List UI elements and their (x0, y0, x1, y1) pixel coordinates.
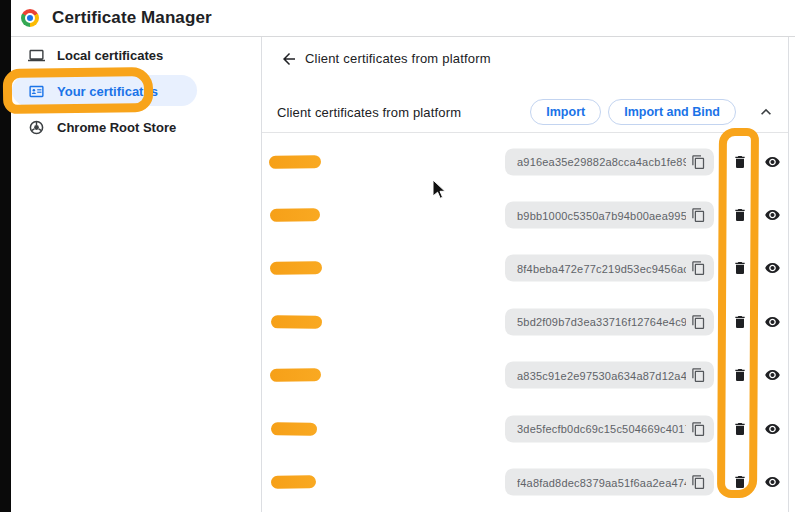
subpage-title: Client certificates from platform (305, 51, 491, 66)
eye-icon (763, 154, 782, 170)
laptop-icon (28, 47, 45, 64)
sidebar-item-label: Your certificates (57, 84, 158, 99)
trash-icon (732, 153, 748, 171)
certificate-hash-field: a916ea35e29882a8cca4acb1fe89cbe… (505, 148, 714, 175)
view-certificate-button[interactable] (763, 260, 782, 276)
certificate-hash-field: 3de5fecfb0dc69c15c504669c4017e1b… (505, 415, 714, 442)
certificate-row: b9bb1000c5350a7b94b00aea9951619… (262, 188, 788, 241)
delete-certificate-button[interactable] (732, 420, 748, 438)
copy-icon (691, 261, 706, 276)
certificate-row: 3de5fecfb0dc69c15c504669c4017e1b… (262, 402, 788, 455)
chrome-store-icon (28, 119, 45, 136)
copy-hash-button[interactable] (691, 154, 706, 169)
copy-icon (691, 475, 706, 490)
redaction-marker (269, 155, 321, 169)
copy-icon (691, 314, 706, 329)
copy-icon (691, 154, 706, 169)
sidebar-item-local-certificates[interactable]: Local certificates (11, 37, 261, 73)
id-card-icon (28, 83, 45, 100)
eye-icon (763, 367, 782, 383)
section-title: Client certificates from platform (277, 105, 530, 120)
delete-certificate-button[interactable] (732, 366, 748, 384)
trash-icon (732, 313, 748, 331)
certificate-hash: 8f4beba472e77c219d53ec9456ac840… (517, 262, 686, 274)
subpage-header: Client certificates from platform (262, 37, 788, 80)
redaction-marker (270, 208, 320, 222)
certificate-hash-field: b9bb1000c5350a7b94b00aea9951619… (505, 202, 714, 229)
import-button[interactable]: Import (530, 99, 601, 125)
sidebar-item-label: Chrome Root Store (57, 120, 176, 135)
certificate-hash-field: f4a8fad8dec8379aa51f6aa2ea47458a… (505, 469, 714, 496)
view-certificate-button[interactable] (763, 421, 782, 437)
main-panel: Client certificates from platform Client… (262, 37, 788, 512)
certificate-hash: a835c91e2e97530a634a87d12a42462… (517, 369, 686, 381)
delete-certificate-button[interactable] (732, 206, 748, 224)
eye-icon (763, 474, 782, 490)
copy-hash-button[interactable] (691, 314, 706, 329)
certificate-hash-field: 8f4beba472e77c219d53ec9456ac840… (505, 255, 714, 282)
back-button[interactable] (280, 50, 298, 68)
trash-icon (732, 259, 748, 277)
import-and-bind-button[interactable]: Import and Bind (608, 99, 736, 125)
certificate-row: a916ea35e29882a8cca4acb1fe89cbe… (262, 135, 788, 188)
app-header: Certificate Manager (11, 0, 795, 36)
arrow-back-icon (280, 50, 298, 68)
certificate-row: 8f4beba472e77c219d53ec9456ac840… (262, 242, 788, 295)
redaction-marker (270, 368, 321, 382)
collapse-section-button[interactable] (756, 102, 776, 122)
eye-icon (763, 260, 782, 276)
certificate-row: 5bd2f09b7d3ea33716f12764e4c9dc0… (262, 295, 788, 348)
delete-certificate-button[interactable] (732, 259, 748, 277)
certificate-hash: b9bb1000c5350a7b94b00aea9951619… (517, 209, 686, 221)
view-certificate-button[interactable] (763, 207, 782, 223)
delete-certificate-button[interactable] (732, 473, 748, 491)
content-right-edge (788, 37, 789, 512)
trash-icon (732, 420, 748, 438)
eye-icon (763, 314, 782, 330)
sidebar-item-label: Local certificates (57, 48, 163, 63)
eye-icon (763, 421, 782, 437)
copy-hash-button[interactable] (691, 421, 706, 436)
copy-hash-button[interactable] (691, 208, 706, 223)
copy-hash-button[interactable] (691, 475, 706, 490)
certificate-hash-field: 5bd2f09b7d3ea33716f12764e4c9dc0… (505, 308, 714, 335)
page-title: Certificate Manager (52, 8, 212, 28)
view-certificate-button[interactable] (763, 474, 782, 490)
trash-icon (732, 366, 748, 384)
redaction-marker (270, 262, 322, 276)
certificate-manager-window: Certificate Manager Local certificates Y… (0, 0, 795, 512)
copy-hash-button[interactable] (691, 261, 706, 276)
delete-certificate-button[interactable] (732, 313, 748, 331)
sidebar-item-your-certificates[interactable]: Your certificates (11, 73, 261, 109)
certificate-hash: 3de5fecfb0dc69c15c504669c4017e1b… (517, 423, 686, 435)
sidebar: Local certificates Your certificates Chr… (11, 37, 261, 145)
certificate-hash-field: a835c91e2e97530a634a87d12a42462… (505, 362, 714, 389)
copy-icon (691, 421, 706, 436)
certificate-hash: a916ea35e29882a8cca4acb1fe89cbe… (517, 156, 686, 168)
section-header: Client certificates from platform Import… (262, 92, 788, 132)
redaction-marker (271, 475, 316, 489)
sidebar-item-chrome-root-store[interactable]: Chrome Root Store (11, 109, 261, 145)
trash-icon (732, 473, 748, 491)
certificate-hash: 5bd2f09b7d3ea33716f12764e4c9dc0… (517, 316, 686, 328)
screen-edge-strip (0, 0, 11, 512)
view-certificate-button[interactable] (763, 154, 782, 170)
redaction-marker (271, 315, 322, 328)
certificate-list: a916ea35e29882a8cca4acb1fe89cbe… b9bb100… (262, 133, 788, 509)
view-certificate-button[interactable] (763, 367, 782, 383)
copy-icon (691, 208, 706, 223)
copy-icon (691, 368, 706, 383)
delete-certificate-button[interactable] (732, 153, 748, 171)
certificate-row: a835c91e2e97530a634a87d12a42462… (262, 349, 788, 402)
copy-hash-button[interactable] (691, 368, 706, 383)
redaction-marker (271, 422, 317, 435)
eye-icon (763, 207, 782, 223)
chrome-logo-icon (21, 9, 39, 27)
certificate-hash: f4a8fad8dec8379aa51f6aa2ea47458a… (517, 476, 686, 488)
chevron-up-icon (756, 102, 776, 122)
certificate-row: f4a8fad8dec8379aa51f6aa2ea47458a… (262, 455, 788, 508)
view-certificate-button[interactable] (763, 314, 782, 330)
trash-icon (732, 206, 748, 224)
